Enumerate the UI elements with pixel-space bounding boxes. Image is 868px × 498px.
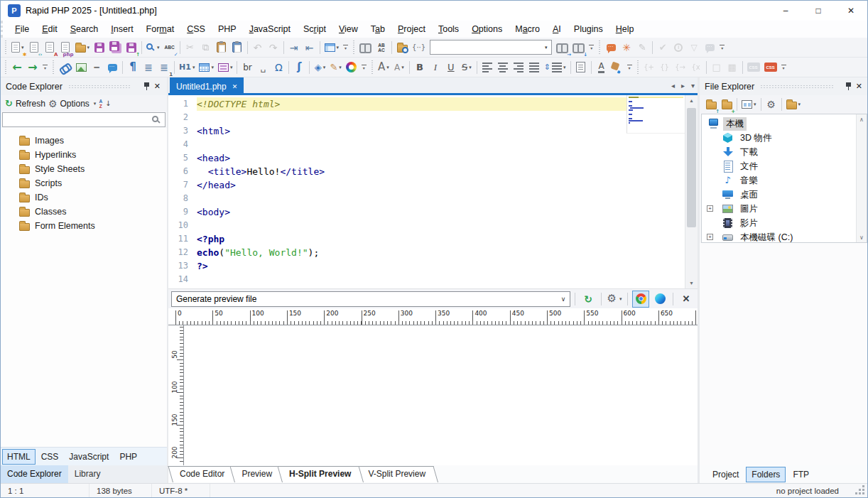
close-button[interactable]: ✕ [835,1,867,21]
tab-code-editor[interactable]: Code Editor [173,466,237,482]
sort-az-button[interactable]: A Z ↓ [99,99,111,109]
new-macro-button[interactable]: ✳ [619,39,634,56]
tab-javascript[interactable]: JavaScript [64,449,114,465]
line-spacing-button[interactable]: ⇕▾ [542,59,568,76]
menu-macro[interactable]: Macro [509,22,546,36]
unordered-list-button[interactable]: ≣ [141,59,156,76]
explorer-options-button[interactable]: ⚙ [764,96,779,113]
toolbar-overflow-button[interactable]: ▾ [40,59,50,76]
tree-item-桌面[interactable]: 桌面 [702,188,867,202]
replace-button[interactable]: ABAC [374,39,389,56]
search-input[interactable] [6,115,152,125]
tab-css[interactable]: CSS [36,449,64,465]
color-button[interactable] [344,59,359,76]
table-button[interactable]: ▾ [197,59,216,76]
form-button[interactable]: ▾ [216,59,235,76]
div-container-button[interactable] [573,59,589,76]
expand-icon[interactable]: + [707,234,713,240]
outdent-button[interactable]: ⇤ [302,39,318,56]
find-button[interactable]: ▾ [144,39,162,56]
new-web-document-button[interactable]: ‹› [26,39,42,56]
tree-item-本機[interactable]: 本機 [702,117,867,131]
toolbar-grip[interactable] [353,40,354,55]
toolbar-overflow-button[interactable]: ▾ [587,39,596,56]
tree-item-style-sheets[interactable]: Style Sheets [1,162,167,176]
ordered-list-button[interactable]: ≣1 [156,59,172,76]
scroll-up-icon[interactable]: ∧ [857,114,867,124]
align-justify-button[interactable] [526,59,542,76]
toolbar-grip[interactable] [371,60,373,75]
highlight-color-button[interactable] [609,59,625,76]
pin-icon[interactable] [845,82,852,91]
strikethrough-button[interactable]: S▾ [459,59,474,76]
horizontal-rule-button[interactable]: ━ [89,59,104,76]
menu-help[interactable]: Help [609,22,641,36]
toolbar-grip[interactable] [5,60,6,75]
paste-button[interactable] [214,39,229,56]
indent-button[interactable]: ⇥ [286,39,302,56]
preview-close-button[interactable]: ✕ [678,291,695,308]
new-html-document-button[interactable]: A [42,39,58,56]
css-inspector-button[interactable]: CSS [762,59,779,76]
toolbar-grip[interactable] [599,40,600,55]
tab-ftp[interactable]: FTP [787,467,815,482]
options-button[interactable]: ⚙ Options ▾ [48,99,96,109]
tab-folders[interactable]: Folders [746,467,786,482]
save-to-server-button[interactable]: ↑ [124,39,139,56]
chrome-browser-button[interactable] [632,291,649,308]
menu-insert[interactable]: Insert [104,22,139,36]
preview-settings-button[interactable]: ⚙ ▾ [606,291,623,308]
tree-item-文件[interactable]: 文件 [702,159,867,173]
align-right-button[interactable] [511,59,526,76]
menu-ai[interactable]: AI [546,22,568,36]
toolbar-overflow-button[interactable]: ▾ [779,59,788,76]
maximize-button[interactable]: □ [802,1,835,21]
font-size-decrease-button[interactable]: A▾ [391,59,407,76]
menu-edit[interactable]: Edit [36,22,64,36]
tree-item-音樂[interactable]: ♪音樂 [702,173,867,188]
scrollbar-thumb[interactable] [687,108,696,227]
image-button[interactable] [73,59,89,76]
new-php-document-button[interactable]: php [58,39,73,56]
menu-tab[interactable]: Tab [364,22,391,36]
tab-close-icon[interactable]: ✕ [232,83,238,90]
open-file-button[interactable]: ▾ [73,39,92,56]
toolbar-grip[interactable] [5,40,6,55]
menu-plugins[interactable]: Plugins [568,22,609,36]
close-icon[interactable]: ✕ [852,82,866,91]
review-comments-button[interactable] [603,39,619,56]
tree-item-images[interactable]: Images [1,134,167,148]
new-folder-button[interactable]: + [719,96,734,113]
toolbar-grip[interactable] [53,60,54,75]
menu-format[interactable]: Format [140,22,181,36]
edge-browser-button[interactable] [651,291,668,308]
editor-vertical-scrollbar[interactable]: ▲ ▼ [685,95,698,288]
tree-item-3d-物件[interactable]: 3D 物件 [702,131,867,145]
refresh-button[interactable]: ↻ Refresh [5,99,45,109]
minimap[interactable] [626,95,685,134]
forward-button[interactable]: → [25,59,40,76]
new-document-button[interactable]: ✱▾ [9,39,26,56]
tree-item-form-elements[interactable]: Form Elements [1,219,167,233]
spell-check-button[interactable]: ABC✓ [162,39,178,56]
hyperlink-button[interactable] [57,59,73,76]
font-size-increase-button[interactable]: A▾ [376,59,391,76]
menu-css[interactable]: CSS [180,22,212,36]
resize-grip[interactable] [862,485,864,487]
find-dialog-button[interactable] [357,39,374,56]
menu-view[interactable]: View [332,22,364,36]
tree-item-scripts[interactable]: Scripts [1,176,167,190]
script-button[interactable]: ʃ [291,59,307,76]
italic-button[interactable]: I [428,59,443,76]
tab-v-split-preview[interactable]: V-Split Preview [361,466,438,482]
code-templates-button[interactable]: {··} [410,39,428,56]
toggle-panels-button[interactable]: ▾ [322,39,342,56]
format-painter-button[interactable]: ✎▾ [327,59,343,76]
menu-tools[interactable]: Tools [432,22,465,36]
tree-item-影片[interactable]: 影片 [702,216,867,230]
back-button[interactable]: ← [9,59,25,76]
menu-project[interactable]: Project [391,22,432,36]
tab-h-split-preview[interactable]: H-Split Preview [282,466,364,482]
menu-options[interactable]: Options [465,22,509,36]
parent-folder-button[interactable]: ↑ [703,96,719,113]
